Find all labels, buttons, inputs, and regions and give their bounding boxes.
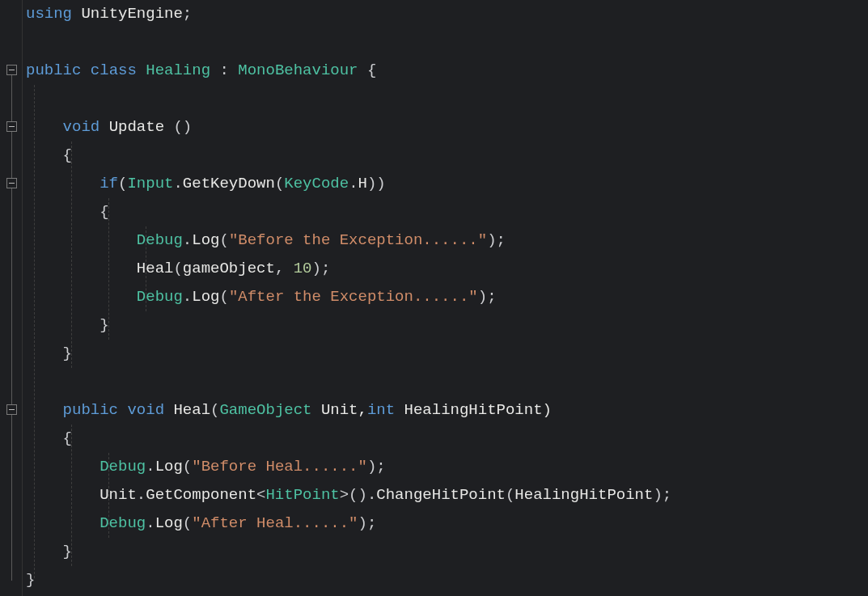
dot: . bbox=[146, 458, 155, 476]
open-paren: ( bbox=[183, 514, 192, 532]
open-paren: ( bbox=[183, 458, 192, 476]
dot: . bbox=[146, 514, 155, 532]
code-line-blank[interactable] bbox=[26, 368, 868, 396]
class-debug: Debug bbox=[137, 288, 183, 306]
comma: , bbox=[275, 260, 294, 277]
method-heal: Heal bbox=[137, 260, 174, 277]
method-name: Update bbox=[109, 118, 164, 136]
keyword-void: void bbox=[63, 118, 100, 136]
identifier: Unit bbox=[100, 486, 137, 504]
code-line[interactable]: { bbox=[26, 425, 868, 453]
code-line[interactable]: Debug.Log("After Heal......"); bbox=[26, 509, 868, 538]
method-getcomponent: GetComponent bbox=[146, 486, 256, 504]
parens: () bbox=[164, 118, 192, 136]
keyword-public: public bbox=[26, 61, 81, 79]
parens: () bbox=[349, 486, 367, 504]
open-brace: { bbox=[63, 429, 72, 447]
number-literal: 10 bbox=[294, 260, 312, 277]
keyword-class: class bbox=[91, 61, 137, 79]
open-paren: ( bbox=[210, 401, 219, 419]
identifier: gameObject bbox=[183, 260, 275, 277]
type-hitpoint: HitPoint bbox=[265, 486, 339, 504]
dot: . bbox=[183, 288, 192, 306]
namespace: UnityEngine bbox=[81, 5, 182, 23]
angle-bracket: < bbox=[256, 486, 265, 504]
colon: : bbox=[210, 61, 238, 79]
code-line[interactable]: } bbox=[26, 538, 868, 566]
method-call: GetKeyDown bbox=[183, 175, 275, 192]
code-line[interactable]: { bbox=[26, 198, 868, 226]
open-brace: { bbox=[100, 203, 108, 221]
enum-value: H bbox=[358, 175, 367, 192]
code-line[interactable]: Debug.Log("Before the Exception......"); bbox=[26, 226, 868, 255]
fold-toggle-class[interactable] bbox=[6, 65, 17, 75]
code-line[interactable]: } bbox=[26, 340, 868, 368]
code-line[interactable]: Debug.Log("Before Heal......"); bbox=[26, 453, 868, 481]
close-paren: )) bbox=[367, 175, 386, 192]
class-name: Healing bbox=[146, 61, 210, 79]
close-paren: ); bbox=[653, 486, 671, 504]
close-brace: } bbox=[26, 571, 35, 589]
class-debug: Debug bbox=[100, 458, 146, 476]
identifier: HealingHitPoint bbox=[514, 486, 653, 504]
code-line[interactable]: Heal(gameObject, 10); bbox=[26, 255, 868, 283]
code-line[interactable]: void Update () bbox=[26, 113, 868, 142]
param: Unit, bbox=[312, 401, 367, 419]
enum-keycode: KeyCode bbox=[284, 175, 349, 192]
keyword-public: public bbox=[63, 401, 118, 419]
keyword-if: if bbox=[100, 175, 118, 192]
open-brace: { bbox=[63, 146, 72, 164]
dot: . bbox=[367, 486, 376, 504]
close-brace: } bbox=[63, 344, 72, 362]
code-line[interactable]: using UnityEngine; bbox=[26, 0, 868, 28]
method-changehitpoint: ChangeHitPoint bbox=[376, 486, 506, 504]
close-brace: } bbox=[100, 316, 108, 334]
open-paren: ( bbox=[173, 260, 182, 277]
code-line-blank[interactable] bbox=[26, 85, 868, 113]
code-content[interactable]: using UnityEngine; public class Healing … bbox=[23, 0, 868, 596]
open-paren: ( bbox=[219, 231, 228, 249]
code-line[interactable]: public void Heal(GameObject Unit,int Hea… bbox=[26, 396, 868, 425]
dot: . bbox=[137, 486, 146, 504]
close-paren: ); bbox=[367, 458, 386, 476]
semicolon: ; bbox=[183, 5, 192, 23]
keyword-using: using bbox=[26, 5, 72, 23]
base-class: MonoBehaviour bbox=[238, 61, 358, 79]
code-editor[interactable]: using UnityEngine; public class Healing … bbox=[0, 0, 868, 596]
keyword-void: void bbox=[127, 401, 164, 419]
class-debug: Debug bbox=[100, 514, 146, 532]
open-paren: ( bbox=[275, 175, 284, 192]
method-name: Heal bbox=[173, 401, 210, 419]
code-line[interactable]: public class Healing : MonoBehaviour { bbox=[26, 57, 868, 85]
class-input: Input bbox=[127, 175, 173, 192]
fold-gutter bbox=[0, 0, 23, 596]
keyword-int: int bbox=[367, 401, 395, 419]
code-line[interactable]: { bbox=[26, 142, 868, 170]
code-line[interactable]: Unit.GetComponent<HitPoint>().ChangeHitP… bbox=[26, 481, 868, 509]
code-line-blank[interactable] bbox=[26, 28, 868, 57]
string-literal: "After Heal......" bbox=[192, 514, 358, 532]
param: HealingHitPoint) bbox=[395, 401, 552, 419]
code-line[interactable]: Debug.Log("After the Exception......"); bbox=[26, 283, 868, 311]
close-paren: ); bbox=[312, 260, 331, 277]
close-paren: ); bbox=[358, 514, 377, 532]
string-literal: "After the Exception......" bbox=[229, 288, 478, 306]
open-paren: ( bbox=[118, 175, 127, 192]
code-line[interactable]: } bbox=[26, 311, 868, 340]
fold-toggle-heal[interactable] bbox=[6, 404, 17, 415]
close-paren: ); bbox=[487, 231, 506, 249]
method-log: Log bbox=[155, 514, 183, 532]
open-paren: ( bbox=[219, 288, 228, 306]
string-literal: "Before Heal......" bbox=[192, 458, 367, 476]
fold-toggle-if[interactable] bbox=[6, 178, 17, 188]
fold-toggle-update[interactable] bbox=[6, 121, 17, 132]
string-literal: "Before the Exception......" bbox=[229, 231, 487, 249]
method-log: Log bbox=[192, 288, 219, 306]
method-log: Log bbox=[155, 458, 183, 476]
code-line[interactable]: } bbox=[26, 566, 868, 594]
open-paren: ( bbox=[506, 486, 514, 504]
code-line[interactable]: if(Input.GetKeyDown(KeyCode.H)) bbox=[26, 170, 868, 198]
dot: . bbox=[173, 175, 182, 192]
method-log: Log bbox=[192, 231, 219, 249]
dot: . bbox=[349, 175, 358, 192]
